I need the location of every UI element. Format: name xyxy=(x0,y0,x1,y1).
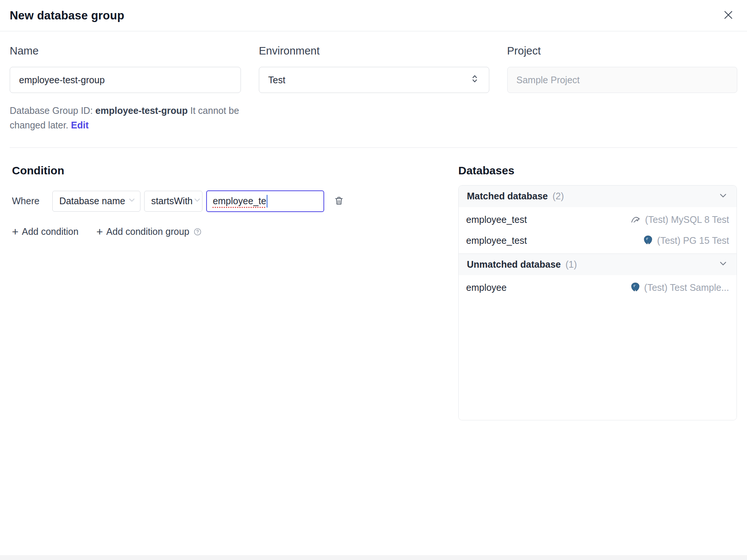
postgres-icon xyxy=(630,282,641,294)
database-row[interactable]: employee (Test) Test Sample... xyxy=(459,277,737,298)
delete-condition-button[interactable] xyxy=(331,193,347,210)
environment-select[interactable]: Test xyxy=(259,67,489,93)
matched-database-rows: employee_test (Test) MySQL 8 Test employ… xyxy=(459,207,737,253)
databases-panel: Matched database (2) employee_test xyxy=(458,185,737,420)
matched-database-count: (2) xyxy=(552,191,564,201)
dialog-title: New database group xyxy=(10,9,124,22)
plus-icon: + xyxy=(12,226,19,237)
chevron-down-icon xyxy=(127,196,136,207)
database-name: employee xyxy=(466,282,506,293)
form-row: Name Database Group ID: employee-test-gr… xyxy=(0,31,747,133)
help-icon[interactable] xyxy=(193,227,202,236)
database-instance-label: (Test) Test Sample... xyxy=(644,282,729,293)
group-name-input[interactable] xyxy=(10,67,241,93)
trash-icon xyxy=(334,196,344,207)
chevron-down-icon xyxy=(718,190,728,202)
condition-operator-value: startsWith xyxy=(151,196,193,206)
edit-group-id-link[interactable]: Edit xyxy=(71,120,89,130)
add-condition-label: Add condition xyxy=(22,226,79,237)
condition-heading: Condition xyxy=(12,164,458,177)
project-field-group: Project xyxy=(507,45,738,133)
close-icon xyxy=(722,9,734,22)
database-name: employee_test xyxy=(466,235,527,246)
name-label: Name xyxy=(10,45,241,57)
chevron-up-down-icon xyxy=(469,74,480,86)
matched-database-title-wrap: Matched database (2) xyxy=(467,191,564,202)
unmatched-database-title: Unmatched database xyxy=(467,259,561,270)
main-content: Condition Where Database name startsWith… xyxy=(0,148,747,420)
condition-field-select[interactable]: Database name xyxy=(52,191,140,212)
dialog-header: New database group xyxy=(0,0,747,31)
where-label: Where xyxy=(12,196,40,206)
group-id-prefix: Database Group ID: xyxy=(10,105,95,116)
unmatched-database-header[interactable]: Unmatched database (1) xyxy=(459,253,737,275)
condition-section: Condition Where Database name startsWith… xyxy=(10,164,458,420)
plus-icon: + xyxy=(96,226,103,237)
condition-row: Where Database name startsWith employee_… xyxy=(12,190,458,212)
condition-operator-select[interactable]: startsWith xyxy=(144,191,202,212)
condition-value-input[interactable]: employee_te xyxy=(206,190,324,212)
unmatched-database-count: (1) xyxy=(565,259,577,270)
add-condition-button[interactable]: + Add condition xyxy=(12,226,78,237)
databases-heading: Databases xyxy=(458,164,737,177)
database-row[interactable]: employee_test (Test) PG 15 Test xyxy=(459,230,737,251)
environment-field-group: Environment Test xyxy=(259,45,489,133)
name-field-group: Name Database Group ID: employee-test-gr… xyxy=(10,45,241,133)
close-button[interactable] xyxy=(722,9,734,22)
condition-actions: + Add condition + Add condition group xyxy=(12,226,458,237)
environment-label: Environment xyxy=(259,45,489,57)
project-input xyxy=(507,67,738,93)
database-row[interactable]: employee_test (Test) MySQL 8 Test xyxy=(459,209,737,230)
database-instance: (Test) PG 15 Test xyxy=(643,235,729,247)
unmatched-database-rows: employee (Test) Test Sample... xyxy=(459,275,737,301)
text-caret xyxy=(267,195,267,208)
project-label: Project xyxy=(507,45,738,57)
environment-selected-value: Test xyxy=(268,75,285,85)
unmatched-database-title-wrap: Unmatched database (1) xyxy=(467,259,577,270)
footer-strip xyxy=(0,555,747,560)
database-instance: (Test) Test Sample... xyxy=(630,282,729,294)
condition-value-text: employee_te xyxy=(213,196,266,206)
database-name: employee_test xyxy=(466,214,527,225)
chevron-down-icon xyxy=(718,258,728,270)
group-id-value: employee-test-group xyxy=(95,105,187,116)
condition-field-value: Database name xyxy=(59,196,125,206)
add-condition-group-button[interactable]: + Add condition group xyxy=(96,226,202,237)
add-condition-group-label: Add condition group xyxy=(106,226,189,237)
database-instance: (Test) MySQL 8 Test xyxy=(630,214,729,226)
postgres-icon xyxy=(643,235,653,247)
database-instance-label: (Test) PG 15 Test xyxy=(657,235,729,246)
databases-section: Databases Matched database (2) employee_… xyxy=(458,164,737,420)
panel-empty-area xyxy=(459,301,737,420)
matched-database-title: Matched database xyxy=(467,191,548,201)
group-id-note: Database Group ID: employee-test-group I… xyxy=(10,103,241,133)
database-instance-label: (Test) MySQL 8 Test xyxy=(645,214,729,225)
matched-database-header[interactable]: Matched database (2) xyxy=(459,186,737,207)
mysql-icon xyxy=(630,214,641,226)
chevron-down-icon xyxy=(193,196,202,207)
